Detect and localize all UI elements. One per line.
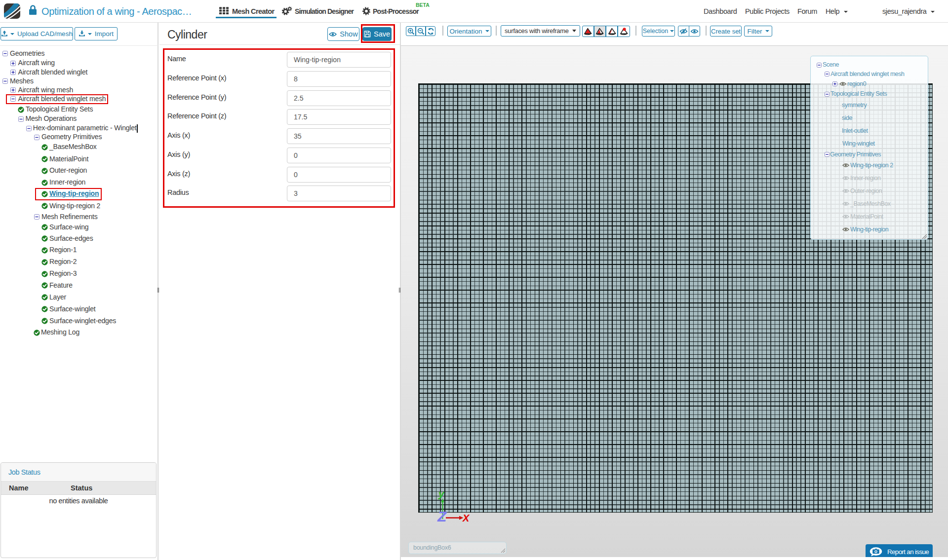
svg-text:y: y xyxy=(438,488,445,499)
svg-text:X: X xyxy=(462,513,470,523)
svg-text:Z: Z xyxy=(437,508,447,524)
